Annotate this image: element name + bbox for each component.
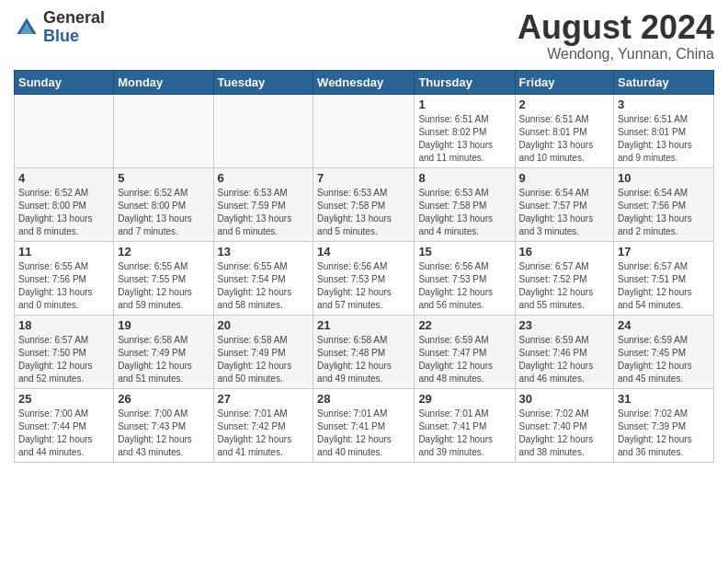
calendar-day-24: 24Sunrise: 6:59 AM Sunset: 7:45 PM Dayli… bbox=[614, 315, 714, 388]
calendar-header-row: SundayMondayTuesdayWednesdayThursdayFrid… bbox=[15, 70, 714, 94]
day-info: Sunrise: 7:01 AM Sunset: 7:41 PM Dayligh… bbox=[418, 408, 510, 459]
calendar-empty bbox=[114, 94, 213, 167]
day-number: 27 bbox=[218, 392, 310, 406]
calendar-day-29: 29Sunrise: 7:01 AM Sunset: 7:41 PM Dayli… bbox=[415, 388, 515, 462]
calendar-day-8: 8Sunrise: 6:53 AM Sunset: 7:58 PM Daylig… bbox=[415, 167, 515, 241]
day-number: 20 bbox=[218, 318, 310, 332]
day-header-sunday: Sunday bbox=[15, 70, 114, 94]
day-number: 12 bbox=[118, 245, 209, 259]
logo-blue: Blue bbox=[43, 27, 79, 45]
day-number: 1 bbox=[418, 98, 510, 111]
calendar-day-17: 17Sunrise: 6:57 AM Sunset: 7:51 PM Dayli… bbox=[614, 241, 714, 315]
calendar-day-10: 10Sunrise: 6:54 AM Sunset: 7:56 PM Dayli… bbox=[614, 167, 714, 241]
day-info: Sunrise: 6:53 AM Sunset: 7:58 PM Dayligh… bbox=[317, 187, 410, 238]
day-info: Sunrise: 6:51 AM Sunset: 8:01 PM Dayligh… bbox=[618, 113, 710, 165]
day-info: Sunrise: 6:59 AM Sunset: 7:47 PM Dayligh… bbox=[418, 334, 510, 385]
calendar-day-5: 5Sunrise: 6:52 AM Sunset: 8:00 PM Daylig… bbox=[114, 167, 213, 241]
day-info: Sunrise: 7:02 AM Sunset: 7:40 PM Dayligh… bbox=[519, 408, 610, 459]
logo-icon bbox=[14, 15, 40, 40]
day-header-friday: Friday bbox=[515, 70, 614, 94]
day-info: Sunrise: 6:52 AM Sunset: 8:00 PM Dayligh… bbox=[18, 187, 109, 238]
day-info: Sunrise: 6:52 AM Sunset: 8:00 PM Dayligh… bbox=[118, 187, 209, 238]
logo-general: General bbox=[43, 8, 105, 27]
calendar-empty bbox=[313, 94, 415, 167]
day-info: Sunrise: 6:55 AM Sunset: 7:55 PM Dayligh… bbox=[118, 260, 209, 312]
day-info: Sunrise: 6:58 AM Sunset: 7:49 PM Dayligh… bbox=[118, 334, 209, 385]
calendar-day-23: 23Sunrise: 6:59 AM Sunset: 7:46 PM Dayli… bbox=[515, 315, 614, 388]
day-number: 2 bbox=[519, 98, 610, 111]
day-header-monday: Monday bbox=[114, 70, 213, 94]
calendar-day-15: 15Sunrise: 6:56 AM Sunset: 7:53 PM Dayli… bbox=[415, 241, 515, 315]
day-number: 18 bbox=[18, 318, 109, 332]
calendar-day-14: 14Sunrise: 6:56 AM Sunset: 7:53 PM Dayli… bbox=[313, 241, 415, 315]
day-header-wednesday: Wednesday bbox=[313, 70, 415, 94]
calendar-week-2: 4Sunrise: 6:52 AM Sunset: 8:00 PM Daylig… bbox=[15, 167, 714, 241]
day-number: 6 bbox=[218, 171, 310, 185]
calendar-week-5: 25Sunrise: 7:00 AM Sunset: 7:44 PM Dayli… bbox=[15, 388, 714, 462]
day-info: Sunrise: 6:56 AM Sunset: 7:53 PM Dayligh… bbox=[418, 260, 510, 312]
day-info: Sunrise: 6:59 AM Sunset: 7:45 PM Dayligh… bbox=[618, 334, 710, 385]
calendar-day-12: 12Sunrise: 6:55 AM Sunset: 7:55 PM Dayli… bbox=[114, 241, 213, 315]
calendar-day-19: 19Sunrise: 6:58 AM Sunset: 7:49 PM Dayli… bbox=[114, 315, 213, 388]
calendar-day-28: 28Sunrise: 7:01 AM Sunset: 7:41 PM Dayli… bbox=[313, 388, 415, 462]
day-number: 7 bbox=[317, 171, 410, 185]
calendar-week-3: 11Sunrise: 6:55 AM Sunset: 7:56 PM Dayli… bbox=[15, 241, 714, 315]
title-block: August 2024 Wendong, Yunnan, China bbox=[518, 9, 714, 63]
day-number: 31 bbox=[618, 392, 710, 406]
day-header-saturday: Saturday bbox=[614, 70, 714, 94]
calendar-empty bbox=[213, 94, 313, 167]
calendar-day-27: 27Sunrise: 7:01 AM Sunset: 7:42 PM Dayli… bbox=[213, 388, 313, 462]
day-number: 22 bbox=[418, 318, 510, 332]
header: General Blue August 2024 Wendong, Yunnan… bbox=[14, 9, 714, 63]
day-number: 3 bbox=[618, 98, 710, 111]
day-number: 13 bbox=[218, 245, 310, 259]
day-header-thursday: Thursday bbox=[415, 70, 515, 94]
day-number: 11 bbox=[18, 245, 109, 259]
calendar-day-26: 26Sunrise: 7:00 AM Sunset: 7:43 PM Dayli… bbox=[114, 388, 213, 462]
day-number: 8 bbox=[418, 171, 510, 185]
day-info: Sunrise: 7:00 AM Sunset: 7:44 PM Dayligh… bbox=[18, 408, 109, 459]
day-info: Sunrise: 6:53 AM Sunset: 7:59 PM Dayligh… bbox=[218, 187, 310, 238]
day-info: Sunrise: 6:57 AM Sunset: 7:52 PM Dayligh… bbox=[519, 260, 610, 312]
calendar-day-16: 16Sunrise: 6:57 AM Sunset: 7:52 PM Dayli… bbox=[515, 241, 614, 315]
calendar-day-25: 25Sunrise: 7:00 AM Sunset: 7:44 PM Dayli… bbox=[15, 388, 114, 462]
calendar-table: SundayMondayTuesdayWednesdayThursdayFrid… bbox=[14, 70, 714, 463]
day-number: 30 bbox=[519, 392, 610, 406]
calendar-day-6: 6Sunrise: 6:53 AM Sunset: 7:59 PM Daylig… bbox=[213, 167, 313, 241]
day-number: 14 bbox=[317, 245, 410, 259]
calendar-day-30: 30Sunrise: 7:02 AM Sunset: 7:40 PM Dayli… bbox=[515, 388, 614, 462]
logo: General Blue bbox=[14, 9, 105, 46]
calendar-day-9: 9Sunrise: 6:54 AM Sunset: 7:57 PM Daylig… bbox=[515, 167, 614, 241]
day-info: Sunrise: 6:59 AM Sunset: 7:46 PM Dayligh… bbox=[519, 334, 610, 385]
calendar-day-20: 20Sunrise: 6:58 AM Sunset: 7:49 PM Dayli… bbox=[213, 315, 313, 388]
month-year: August 2024 bbox=[518, 9, 714, 46]
calendar-day-22: 22Sunrise: 6:59 AM Sunset: 7:47 PM Dayli… bbox=[415, 315, 515, 388]
day-info: Sunrise: 7:02 AM Sunset: 7:39 PM Dayligh… bbox=[618, 408, 710, 459]
day-info: Sunrise: 7:01 AM Sunset: 7:42 PM Dayligh… bbox=[218, 408, 310, 459]
day-info: Sunrise: 6:53 AM Sunset: 7:58 PM Dayligh… bbox=[418, 187, 510, 238]
day-number: 15 bbox=[418, 245, 510, 259]
day-info: Sunrise: 6:55 AM Sunset: 7:54 PM Dayligh… bbox=[218, 260, 310, 312]
calendar-week-1: 1Sunrise: 6:51 AM Sunset: 8:02 PM Daylig… bbox=[15, 94, 714, 167]
calendar-day-13: 13Sunrise: 6:55 AM Sunset: 7:54 PM Dayli… bbox=[213, 241, 313, 315]
day-number: 24 bbox=[618, 318, 710, 332]
calendar-day-1: 1Sunrise: 6:51 AM Sunset: 8:02 PM Daylig… bbox=[415, 94, 515, 167]
day-info: Sunrise: 6:54 AM Sunset: 7:56 PM Dayligh… bbox=[618, 187, 710, 238]
calendar-day-4: 4Sunrise: 6:52 AM Sunset: 8:00 PM Daylig… bbox=[15, 167, 114, 241]
day-info: Sunrise: 6:56 AM Sunset: 7:53 PM Dayligh… bbox=[317, 260, 410, 312]
day-info: Sunrise: 7:00 AM Sunset: 7:43 PM Dayligh… bbox=[118, 408, 209, 459]
day-number: 17 bbox=[618, 245, 710, 259]
calendar-container: General Blue August 2024 Wendong, Yunnan… bbox=[0, 0, 728, 472]
day-info: Sunrise: 6:54 AM Sunset: 7:57 PM Dayligh… bbox=[519, 187, 610, 238]
day-info: Sunrise: 6:51 AM Sunset: 8:02 PM Dayligh… bbox=[418, 113, 510, 165]
calendar-day-31: 31Sunrise: 7:02 AM Sunset: 7:39 PM Dayli… bbox=[614, 388, 714, 462]
day-number: 28 bbox=[317, 392, 410, 406]
day-info: Sunrise: 6:57 AM Sunset: 7:51 PM Dayligh… bbox=[618, 260, 710, 312]
day-number: 23 bbox=[519, 318, 610, 332]
calendar-day-3: 3Sunrise: 6:51 AM Sunset: 8:01 PM Daylig… bbox=[614, 94, 714, 167]
day-number: 4 bbox=[18, 171, 109, 185]
calendar-day-2: 2Sunrise: 6:51 AM Sunset: 8:01 PM Daylig… bbox=[515, 94, 614, 167]
calendar-day-7: 7Sunrise: 6:53 AM Sunset: 7:58 PM Daylig… bbox=[313, 167, 415, 241]
day-number: 10 bbox=[618, 171, 710, 185]
day-info: Sunrise: 6:55 AM Sunset: 7:56 PM Dayligh… bbox=[18, 260, 109, 312]
